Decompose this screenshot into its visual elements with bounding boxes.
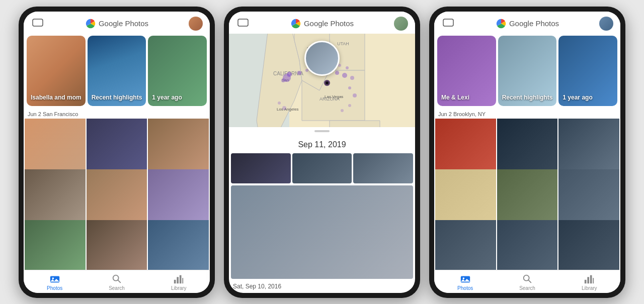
avatar-right[interactable] <box>599 17 613 31</box>
nav-label-photos-right: Photos <box>457 285 473 291</box>
nav-item-search-right[interactable]: Search <box>496 273 558 291</box>
map-photo-bubble[interactable] <box>304 41 340 76</box>
highlight-card-mexlexi[interactable]: Me & Lexi <box>437 36 496 106</box>
chat-icon-middle[interactable] <box>236 17 250 31</box>
map-container[interactable]: CALIFORNIA NEVADA UTAH ARIZONA NEW MEXIC… <box>229 34 415 127</box>
svg-rect-54 <box>585 279 587 283</box>
svg-point-45 <box>278 102 281 105</box>
svg-point-51 <box>462 277 464 279</box>
nav-item-photos-right[interactable]: Photos <box>434 273 496 291</box>
photo-cell-right-7[interactable] <box>435 220 496 270</box>
pinwheel-icon-left <box>85 18 96 29</box>
app-header-middle: Google Photos <box>229 12 415 34</box>
photo-cell-left-8[interactable] <box>87 220 147 270</box>
library-nav-icon-right <box>584 273 595 284</box>
pinwheel-icon-right <box>496 18 507 29</box>
svg-rect-6 <box>177 277 179 283</box>
map-thumb-3[interactable] <box>353 153 413 183</box>
highlight-label-year: 1 year ago <box>152 94 182 102</box>
svg-point-33 <box>342 73 347 78</box>
svg-point-2 <box>52 277 54 279</box>
svg-text:Las Vegas: Las Vegas <box>325 94 343 99</box>
search-nav-icon-right <box>522 273 533 284</box>
photos-nav-icon-right <box>460 273 471 284</box>
photo-cell-left-7[interactable]: ▶ 0:19 <box>25 220 86 270</box>
avatar-middle[interactable] <box>394 17 408 31</box>
bottom-nav-left: Photos Search <box>24 270 210 293</box>
map-thumb-2[interactable] <box>292 153 352 183</box>
nav-label-search-left: Search <box>109 285 125 291</box>
google-photos-logo-left: Google Photos <box>85 18 148 29</box>
highlight-card-year-right[interactable]: 1 year ago <box>558 36 617 106</box>
date-label-right: Jun 2 Brooklyn, NY <box>434 108 620 119</box>
phone-left-screen: Google Photos Isabella and mom Recent hi… <box>24 12 210 293</box>
highlight-card-recent[interactable]: Recent highlights <box>88 36 146 106</box>
nav-item-library-left[interactable]: Library <box>148 273 210 291</box>
app-header-right: Google Photos <box>434 12 620 34</box>
scroll-hint-area <box>229 127 415 136</box>
svg-point-25 <box>287 72 292 77</box>
svg-point-42 <box>348 104 351 107</box>
svg-point-26 <box>281 78 285 82</box>
map-large-thumb[interactable] <box>231 185 413 279</box>
photo-cell-right-9[interactable] <box>558 220 619 270</box>
svg-rect-57 <box>593 278 594 283</box>
svg-line-53 <box>528 280 531 282</box>
chat-icon-right[interactable] <box>441 17 455 31</box>
highlight-card-isabella[interactable]: Isabella and mom <box>27 36 86 106</box>
highlights-strip-left: Isabella and mom Recent highlights 1 yea… <box>24 34 210 108</box>
nav-label-library-left: Library <box>171 285 187 291</box>
svg-rect-49 <box>443 19 453 26</box>
svg-rect-9 <box>238 19 248 26</box>
map-thumb-1[interactable] <box>231 153 291 183</box>
library-nav-icon-left <box>173 273 184 284</box>
phone-right-screen: Google Photos Me & Lexi Recent highlight… <box>434 12 620 293</box>
highlight-label-recent: Recent highlights <box>92 94 142 102</box>
highlight-label-isabella: Isabella and mom <box>31 94 82 102</box>
nav-label-search-right: Search <box>519 285 535 291</box>
svg-rect-8 <box>183 278 184 283</box>
nav-item-search-left[interactable]: Search <box>86 273 147 291</box>
svg-point-40 <box>348 86 351 89</box>
photo-cell-left-9[interactable] <box>148 220 209 270</box>
phone-middle: Google Photos <box>224 7 420 298</box>
svg-rect-5 <box>174 279 176 283</box>
nav-item-photos-left[interactable]: Photos <box>24 273 86 291</box>
search-nav-icon-left <box>111 273 122 284</box>
highlight-card-recent-right[interactable]: Recent highlights <box>498 36 557 106</box>
photos-nav-icon-left <box>49 273 60 284</box>
map-thumbnails <box>229 153 415 185</box>
app-header-left: Google Photos <box>24 12 210 34</box>
date-label-left: Jun 2 San Francisco <box>24 108 210 119</box>
highlight-label-recent-right: Recent highlights <box>502 94 553 102</box>
pinwheel-icon-middle <box>290 18 301 29</box>
logo-text-middle: Google Photos <box>304 19 354 28</box>
chat-icon-left[interactable] <box>31 17 45 31</box>
logo-text-right: Google Photos <box>509 19 559 28</box>
svg-line-4 <box>118 280 120 282</box>
nav-item-library-right[interactable]: Library <box>558 273 620 291</box>
svg-point-32 <box>335 71 339 75</box>
highlight-card-year[interactable]: 1 year ago <box>148 36 207 106</box>
google-photos-logo-right: Google Photos <box>496 18 559 29</box>
svg-rect-7 <box>180 275 182 283</box>
map-bottom-date: Sat, Sep 10, 2016 <box>229 281 415 293</box>
svg-point-43 <box>341 109 344 112</box>
photo-cell-right-8[interactable] <box>497 220 558 270</box>
highlight-label-year-right: 1 year ago <box>562 94 592 102</box>
svg-text:Los Angeles: Los Angeles <box>277 107 299 112</box>
svg-rect-0 <box>33 19 43 26</box>
svg-point-41 <box>353 93 357 97</box>
highlight-label-mexlexi: Me & Lexi <box>441 94 469 102</box>
svg-point-36 <box>326 81 329 84</box>
phone-left: Google Photos Isabella and mom Recent hi… <box>19 7 215 298</box>
svg-point-44 <box>282 106 286 110</box>
svg-point-27 <box>297 71 301 75</box>
phone-right: Google Photos Me & Lexi Recent highlight… <box>429 7 625 298</box>
avatar-left[interactable] <box>189 17 203 31</box>
bottom-nav-right: Photos Search <box>434 270 620 293</box>
map-scroll-hint <box>314 130 330 132</box>
phone-middle-screen: Google Photos <box>229 12 415 293</box>
svg-point-34 <box>350 76 354 80</box>
photo-grid-left: ▶ 0:13 ▶ 0:19 <box>24 119 210 270</box>
